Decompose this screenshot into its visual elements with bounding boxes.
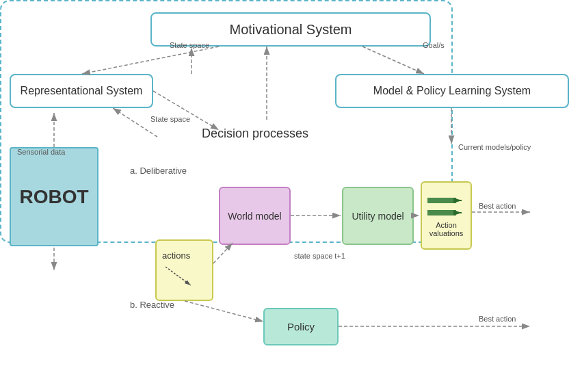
- decision-processes-title: Decision processes: [202, 127, 308, 141]
- current-models-label: Current models/policy: [458, 142, 531, 152]
- state-space-mid-label: State space: [150, 115, 190, 123]
- sensorial-data-label: Sensorial data: [17, 147, 65, 157]
- actions-box: actions: [155, 239, 213, 301]
- svg-line-17: [213, 243, 233, 263]
- reactive-label: b. Reactive: [130, 300, 174, 310]
- best-action-top-label: Best action: [479, 202, 516, 210]
- utility-model-box: Utility model: [342, 187, 414, 245]
- state-space-top-label: State space: [170, 41, 209, 49]
- action-valuations-box: Action valuations: [421, 181, 472, 250]
- actions-arrow-svg: [162, 263, 200, 291]
- model-policy-box: Model & Policy Learning System: [335, 74, 569, 108]
- best-action-bottom-label: Best action: [479, 315, 516, 323]
- deliberative-label: a. Deliberative: [130, 166, 187, 176]
- policy-box: Policy: [263, 308, 339, 345]
- svg-rect-3: [427, 198, 456, 203]
- diagram: Motivational System Representational Sys…: [0, 0, 582, 392]
- av-arrow-1: [427, 196, 465, 205]
- world-model-box: World model: [219, 187, 291, 245]
- representational-system-label: Representational System: [21, 85, 143, 97]
- goal-label: Goal/s: [423, 41, 445, 49]
- svg-rect-6: [427, 210, 456, 215]
- representational-system-box: Representational System: [10, 74, 153, 108]
- robot-box: ROBOT: [10, 147, 98, 246]
- av-arrow-2: [427, 208, 465, 218]
- svg-line-1: [166, 267, 191, 285]
- robot-label: ROBOT: [19, 186, 88, 208]
- motivational-system-label: Motivational System: [230, 22, 352, 38]
- state-space-t1-label: state space t+1: [294, 252, 345, 260]
- svg-line-22: [185, 301, 263, 322]
- model-policy-label: Model & Policy Learning System: [373, 85, 531, 97]
